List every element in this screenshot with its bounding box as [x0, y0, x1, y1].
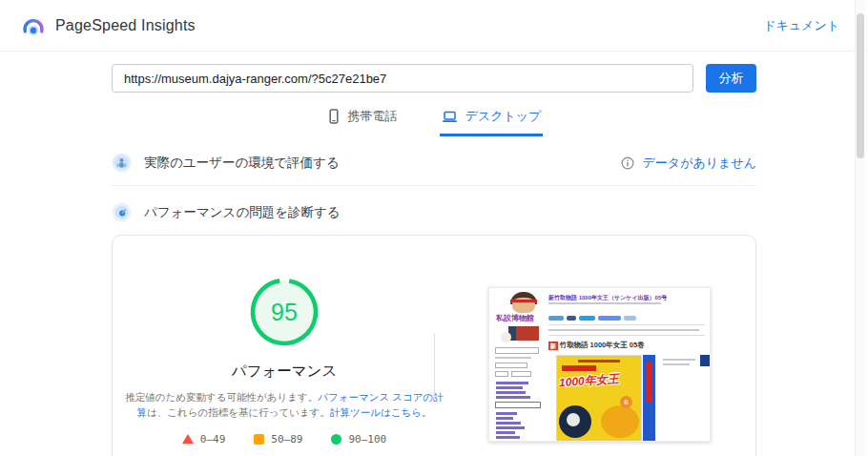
performance-score: 95: [246, 274, 322, 350]
text-bar: [663, 363, 690, 365]
text-bar: [496, 422, 521, 425]
thumb-side-box: [700, 355, 711, 366]
cover-volume-badge: 6: [620, 396, 632, 408]
text-bar: [495, 357, 531, 359]
performance-summary: 95 パフォーマンス 推定値のため変動する可能性があります。パフォーマンス スコ…: [113, 274, 456, 446]
text-bar: [663, 359, 695, 361]
thumb-divider: [548, 335, 705, 336]
diagnose-section-title: パフォーマンスの問題を診断する: [144, 204, 341, 221]
vertical-divider: [434, 333, 435, 400]
no-data-status[interactable]: データがありません: [621, 155, 756, 172]
tab-mobile-label: 携帯電話: [348, 108, 398, 125]
thumb-category-header: [495, 402, 541, 408]
thumb-language-select: [495, 347, 539, 354]
note-text-2: は、これらの指標を基に行っています。: [147, 406, 330, 418]
thumb-site-logo: 私設博物館: [503, 292, 545, 343]
thumb-heading-text: 竹取物語 1000年女王 05巻: [560, 341, 645, 350]
page-screenshot-thumbnail[interactable]: 私設博物館 新竹取物語 1000年女王（サ: [488, 287, 711, 442]
cover-spine: [643, 355, 655, 442]
calculator-link[interactable]: 計算ツールはこちら。: [330, 406, 431, 418]
legend-item-low: 0–49: [182, 433, 226, 446]
share-pill: [567, 316, 576, 321]
text-bar: [496, 396, 530, 399]
legend-item-mid: 50–89: [254, 433, 302, 446]
text-bar: [496, 382, 528, 384]
red-triangle-icon: [182, 434, 194, 444]
analyze-button[interactable]: 分析: [706, 64, 756, 93]
performance-note: 推定値のため変動する可能性があります。パフォーマンス スコアの計算は、これらの指…: [121, 389, 447, 421]
text-bar: [496, 417, 513, 420]
spine-red-bar: [646, 363, 652, 403]
main-content: 分析 携帯電話 デスクトップ: [112, 64, 756, 456]
note-text-1: 推定値のため変動する可能性があります。: [125, 391, 318, 403]
thumb-logo-text: 私設博物館: [496, 313, 534, 323]
share-pill: [624, 316, 636, 321]
text-bar: [578, 360, 620, 363]
performance-card: 95 パフォーマンス 推定値のため変動する可能性があります。パフォーマンス スコ…: [112, 235, 756, 456]
analyze-form: 分析: [112, 64, 756, 93]
user-environment-icon: [112, 153, 132, 173]
score-gauge[interactable]: 95: [246, 274, 322, 350]
app-title: PageSpeed Insights: [55, 17, 196, 34]
diagnose-gauge-icon: [112, 202, 132, 222]
thumb-article-heading: 新 竹取物語 1000年女王 05巻: [548, 341, 645, 350]
documentation-link[interactable]: ドキュメント: [763, 17, 839, 34]
performance-label: パフォーマンス: [113, 362, 456, 382]
tab-desktop-label: デスクトップ: [465, 108, 542, 125]
text-bar: [496, 431, 515, 434]
tab-mobile[interactable]: 携帯電話: [325, 104, 400, 136]
field-data-row: 実際のユーザーの環境で評価する データがありません: [112, 153, 756, 173]
legend-mid-label: 50–89: [271, 433, 302, 446]
legend-high-label: 90–100: [348, 433, 386, 446]
new-badge: 新: [548, 342, 558, 350]
legend-item-high: 90–100: [331, 433, 386, 446]
tab-desktop[interactable]: デスクトップ: [440, 104, 544, 136]
url-input[interactable]: [112, 64, 693, 93]
thumb-search-box: [495, 363, 527, 368]
device-tabs: 携帯電話 デスクトップ: [112, 104, 756, 136]
legend-low-label: 0–49: [200, 433, 226, 446]
cover-title-text: 1000年女王: [558, 371, 619, 391]
scrollbar-track[interactable]: [855, 0, 865, 456]
text-bar: [548, 329, 699, 331]
mobile-phone-icon: [327, 109, 341, 124]
cover-art-blob: [601, 405, 639, 438]
thumb-page-title: 新竹取物語 1000年女王（サンケイ出版）05号: [548, 294, 707, 302]
share-pill: [548, 316, 564, 321]
thumb-button: [495, 371, 508, 377]
pagespeed-insights-page: PageSpeed Insights ドキュメント 分析 携帯電話: [0, 0, 868, 456]
thumb-divider: [548, 324, 705, 325]
score-legend: 0–49 50–89 90–100: [113, 433, 456, 446]
field-section-title: 実際のユーザーの環境で評価する: [144, 155, 340, 172]
scrollbar-thumb[interactable]: [857, 13, 864, 158]
pagespeed-logo-icon: [21, 14, 46, 37]
orange-square-icon: [254, 434, 264, 445]
text-bar: [496, 436, 520, 439]
share-pill: [579, 316, 595, 321]
text-bar: [496, 412, 517, 415]
text-bar: [496, 391, 526, 394]
cover-logo-block: [562, 365, 596, 371]
green-circle-icon: [331, 434, 341, 445]
text-bar: [496, 426, 525, 429]
app-header: PageSpeed Insights ドキュメント: [0, 0, 868, 52]
info-icon: [621, 156, 634, 170]
logo-headband: [510, 300, 537, 302]
laptop-icon: [442, 110, 458, 124]
logo-cat: [501, 332, 511, 342]
thumb-button: [511, 371, 531, 377]
text-bar: [548, 302, 661, 304]
no-data-label: データがありません: [643, 155, 756, 172]
text-bar: [496, 386, 523, 389]
share-pill: [598, 316, 621, 321]
diagnose-row: パフォーマンスの問題を診断する: [112, 202, 756, 222]
section-divider: [112, 185, 756, 186]
thumb-comic-cover: 1000年女王 6: [556, 355, 642, 442]
cover-face-circle: [567, 413, 580, 426]
